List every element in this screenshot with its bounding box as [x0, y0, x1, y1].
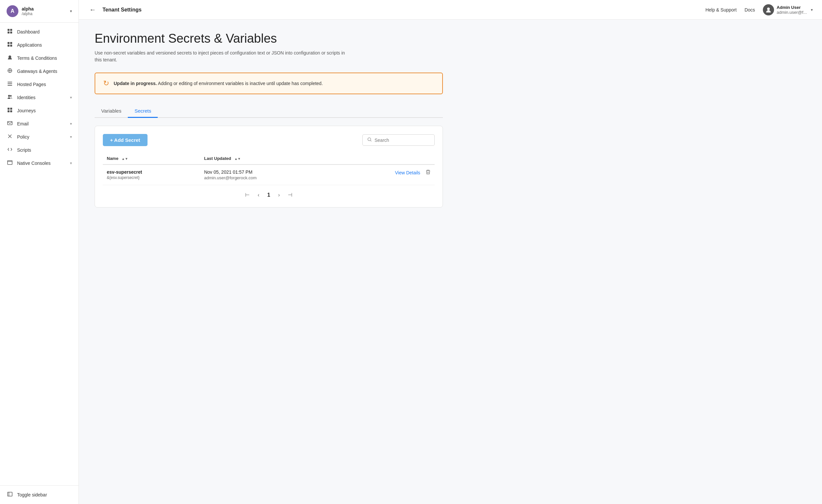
- user-avatar: [763, 4, 774, 15]
- view-details-link[interactable]: View Details: [395, 170, 420, 175]
- svg-rect-3: [10, 32, 12, 33]
- sidebar-item-gateways-label: Gateways & Agents: [17, 69, 72, 74]
- journeys-icon: [7, 107, 13, 114]
- tenant-name: alpha: [22, 6, 67, 11]
- user-info[interactable]: Admin User admin.user@f... ▾: [763, 4, 813, 15]
- docs-link[interactable]: Docs: [745, 7, 755, 12]
- identities-chevron-icon: ▾: [70, 95, 72, 100]
- svg-rect-2: [8, 32, 10, 33]
- content-area: Environment Secrets & Variables Use non-…: [79, 20, 822, 504]
- sidebar-item-dashboard[interactable]: Dashboard: [0, 25, 78, 38]
- terms-icon: [7, 55, 13, 61]
- sidebar-item-identities[interactable]: Identities ▾: [0, 91, 78, 104]
- delete-button[interactable]: [425, 169, 431, 176]
- col-header-name: Name ▲▼: [103, 153, 200, 164]
- last-updated-cell: Nov 05, 2021 01:57 PM admin.user@forgero…: [200, 164, 336, 185]
- pagination: ⊢ ‹ 1 › ⊣: [103, 185, 435, 199]
- col-header-last-updated: Last Updated ▲▼: [200, 153, 336, 164]
- secret-name-cell: esv-supersecret &{esv.supersecret}: [103, 164, 200, 185]
- sidebar-item-hosted-pages[interactable]: Hosted Pages: [0, 78, 78, 91]
- first-page-button[interactable]: ⊢: [243, 190, 252, 199]
- alert-text: Update in progress. Adding or editing of…: [114, 80, 323, 87]
- sidebar-item-native-consoles[interactable]: Native Consoles ▾: [0, 157, 78, 170]
- topbar: ← Tenant Settings Help & Support Docs Ad…: [79, 0, 822, 20]
- svg-rect-14: [8, 108, 10, 110]
- email-icon: [7, 121, 13, 127]
- sidebar-item-native-consoles-label: Native Consoles: [17, 161, 66, 166]
- svg-rect-0: [8, 29, 10, 31]
- applications-icon: [7, 42, 13, 48]
- tenant-chevron-icon: ▾: [70, 9, 72, 13]
- sidebar-item-hosted-pages-label: Hosted Pages: [17, 82, 72, 87]
- add-secret-button[interactable]: + Add Secret: [103, 134, 147, 146]
- secret-key: &{esv.supersecret}: [107, 175, 196, 180]
- sidebar-item-email[interactable]: Email ▾: [0, 117, 78, 130]
- svg-point-21: [767, 8, 770, 10]
- last-updated-date: Nov 05, 2021 01:57 PM: [204, 169, 332, 175]
- sidebar-item-applications-label: Applications: [17, 42, 72, 48]
- svg-point-22: [368, 138, 371, 141]
- native-consoles-icon: [7, 160, 13, 166]
- last-page-button[interactable]: ⊣: [285, 190, 295, 199]
- sidebar-item-terms-conditions[interactable]: Terms & Conditions: [0, 52, 78, 65]
- dashboard-icon: [7, 29, 13, 35]
- back-button[interactable]: ←: [88, 5, 97, 15]
- svg-rect-9: [8, 82, 12, 82]
- secrets-table: Name ▲▼ Last Updated ▲▼ esv-supersecret: [103, 153, 435, 185]
- sidebar-nav: Dashboard Applications Terms & Condition…: [0, 23, 78, 485]
- page-description: Use non-secret variables and versioned s…: [95, 50, 351, 63]
- toggle-sidebar-icon: [7, 492, 13, 498]
- policy-icon: [7, 134, 13, 140]
- svg-rect-19: [8, 161, 12, 164]
- email-chevron-icon: ▾: [70, 121, 72, 126]
- sidebar-item-gateways-agents[interactable]: Gateways & Agents: [0, 65, 78, 78]
- next-page-button[interactable]: ›: [275, 191, 282, 199]
- sidebar-item-identities-label: Identities: [17, 95, 66, 100]
- search-box: [362, 134, 435, 146]
- svg-rect-5: [10, 42, 12, 44]
- current-page-button[interactable]: 1: [265, 191, 273, 199]
- tenant-selector[interactable]: A alpha /alpha ▾: [0, 0, 78, 23]
- svg-rect-6: [8, 45, 10, 47]
- svg-rect-1: [10, 29, 12, 31]
- svg-point-12: [8, 95, 10, 97]
- help-support-link[interactable]: Help & Support: [705, 7, 737, 12]
- table-card: + Add Secret Name ▲▼: [95, 126, 443, 208]
- tab-secrets[interactable]: Secrets: [128, 105, 158, 118]
- sidebar-item-scripts-label: Scripts: [17, 147, 72, 153]
- sidebar-item-terms-label: Terms & Conditions: [17, 55, 72, 61]
- svg-point-13: [10, 95, 12, 97]
- tenant-sub: /alpha: [22, 11, 67, 16]
- sidebar: A alpha /alpha ▾ Dashboard Applications …: [0, 0, 79, 504]
- native-consoles-chevron-icon: ▾: [70, 161, 72, 165]
- name-sort-icon[interactable]: ▲▼: [121, 157, 128, 161]
- toggle-sidebar-button[interactable]: Toggle sidebar: [0, 488, 78, 501]
- tab-variables[interactable]: Variables: [95, 105, 128, 118]
- last-updated-user: admin.user@forgerock.com: [204, 175, 332, 180]
- svg-rect-10: [8, 83, 12, 84]
- sidebar-item-dashboard-label: Dashboard: [17, 29, 72, 34]
- user-email: admin.user@f...: [777, 10, 807, 15]
- sidebar-item-journeys[interactable]: Journeys: [0, 104, 78, 117]
- search-icon: [367, 137, 372, 143]
- topbar-actions: Help & Support Docs Admin User admin.use…: [705, 4, 813, 15]
- user-chevron-icon: ▾: [811, 8, 813, 12]
- prev-page-button[interactable]: ‹: [255, 191, 262, 199]
- sidebar-item-policy-label: Policy: [17, 134, 66, 140]
- table-toolbar: + Add Secret: [103, 134, 435, 146]
- sidebar-item-policy[interactable]: Policy ▾: [0, 130, 78, 143]
- sidebar-item-applications[interactable]: Applications: [0, 38, 78, 52]
- sidebar-footer: Toggle sidebar: [0, 485, 78, 504]
- toggle-sidebar-label: Toggle sidebar: [17, 492, 72, 497]
- tabs-bar: Variables Secrets: [95, 105, 443, 118]
- sidebar-item-journeys-label: Journeys: [17, 108, 72, 113]
- actions-cell: View Details: [336, 164, 435, 185]
- search-input[interactable]: [375, 138, 430, 143]
- svg-rect-7: [10, 45, 12, 47]
- policy-chevron-icon: ▾: [70, 135, 72, 139]
- sidebar-item-scripts[interactable]: Scripts: [0, 143, 78, 157]
- last-updated-sort-icon[interactable]: ▲▼: [234, 157, 241, 161]
- table-row: esv-supersecret &{esv.supersecret} Nov 0…: [103, 164, 435, 185]
- main-area: ← Tenant Settings Help & Support Docs Ad…: [79, 0, 822, 504]
- svg-rect-17: [10, 110, 12, 112]
